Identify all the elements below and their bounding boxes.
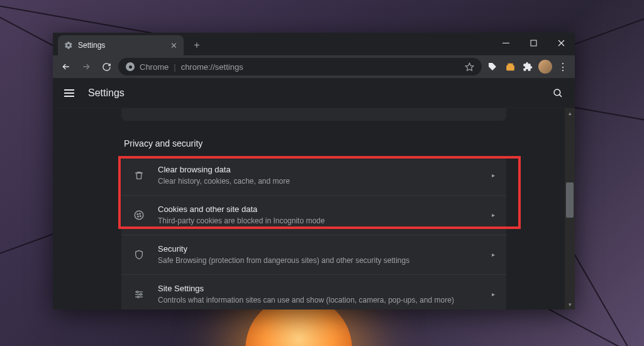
settings-title: Settings bbox=[88, 87, 125, 99]
row-site-settings[interactable]: Site Settings Controls what information … bbox=[121, 275, 506, 310]
svg-line-6 bbox=[559, 94, 562, 97]
row-title: Security bbox=[158, 243, 487, 255]
svg-point-16 bbox=[140, 294, 142, 296]
scrollbar-thumb[interactable] bbox=[566, 182, 574, 218]
cookie-icon bbox=[133, 209, 145, 221]
chevron-right-icon: ▸ bbox=[492, 211, 495, 218]
svg-marker-2 bbox=[465, 63, 474, 70]
chevron-right-icon: ▸ bbox=[492, 251, 495, 258]
trash-icon bbox=[133, 169, 145, 182]
tab-strip: Settings ✕ + bbox=[53, 33, 575, 55]
new-tab-button[interactable]: + bbox=[189, 37, 205, 53]
row-subtitle: Third-party cookies are blocked in Incog… bbox=[158, 216, 487, 226]
svg-point-8 bbox=[137, 214, 138, 215]
svg-point-15 bbox=[136, 291, 138, 293]
settings-pane: Privacy and security Clear browsing data… bbox=[121, 108, 506, 310]
extension-tag-icon[interactable] bbox=[486, 60, 499, 74]
svg-rect-0 bbox=[502, 43, 509, 43]
close-tab-icon[interactable]: ✕ bbox=[170, 41, 177, 50]
row-title: Clear browsing data bbox=[158, 164, 487, 176]
settings-content: Privacy and security Clear browsing data… bbox=[53, 108, 575, 310]
svg-point-10 bbox=[138, 216, 139, 217]
row-title: Site Settings bbox=[158, 283, 487, 294]
row-clear-browsing-data[interactable]: Clear browsing data Clear history, cooki… bbox=[121, 156, 506, 196]
row-subtitle: Controls what information sites can use … bbox=[158, 295, 487, 306]
tab-title: Settings bbox=[78, 41, 105, 50]
minimize-button[interactable] bbox=[492, 33, 519, 53]
back-button[interactable] bbox=[58, 59, 74, 75]
maximize-button[interactable] bbox=[519, 33, 547, 53]
browser-tab-settings[interactable]: Settings ✕ bbox=[58, 35, 184, 55]
chevron-right-icon: ▸ bbox=[492, 291, 495, 298]
chrome-icon bbox=[126, 62, 135, 71]
svg-point-7 bbox=[135, 211, 143, 220]
chrome-window: Settings ✕ + Chrome | chrome://settings … bbox=[53, 33, 575, 310]
row-subtitle: Safe Browsing (protection from dangerous… bbox=[158, 255, 487, 266]
svg-rect-4 bbox=[508, 63, 513, 65]
chevron-right-icon: ▸ bbox=[492, 172, 495, 179]
address-bar[interactable]: Chrome | chrome://settings bbox=[118, 58, 482, 75]
row-cookies[interactable]: Cookies and other site data Third-party … bbox=[121, 196, 506, 235]
settings-header: Settings bbox=[53, 78, 575, 108]
bookmark-star-icon[interactable] bbox=[465, 62, 474, 72]
chrome-menu-button[interactable]: ⋮ bbox=[556, 61, 570, 73]
partial-card-above bbox=[121, 108, 506, 121]
address-url: chrome://settings bbox=[181, 62, 243, 72]
row-title: Cookies and other site data bbox=[158, 204, 487, 215]
browser-toolbar: Chrome | chrome://settings ⋮ bbox=[53, 55, 575, 78]
extension-box-icon[interactable] bbox=[503, 60, 517, 74]
forward-button[interactable] bbox=[78, 59, 94, 75]
svg-point-11 bbox=[140, 216, 142, 217]
gear-icon bbox=[64, 41, 73, 50]
close-window-button[interactable] bbox=[547, 33, 575, 53]
section-title: Privacy and security bbox=[124, 138, 506, 148]
svg-point-9 bbox=[140, 213, 141, 215]
svg-point-5 bbox=[554, 89, 560, 96]
row-security[interactable]: Security Safe Browsing (protection from … bbox=[121, 235, 506, 275]
svg-rect-1 bbox=[531, 40, 536, 46]
search-icon[interactable] bbox=[552, 87, 564, 99]
shield-icon bbox=[133, 248, 145, 261]
window-controls bbox=[492, 33, 575, 53]
scroll-down-arrow[interactable]: ▾ bbox=[565, 299, 575, 310]
svg-rect-3 bbox=[506, 65, 514, 70]
privacy-security-card: Clear browsing data Clear history, cooki… bbox=[121, 156, 506, 310]
extensions-puzzle-icon[interactable] bbox=[521, 60, 535, 74]
reload-button[interactable] bbox=[98, 59, 114, 75]
scrollbar[interactable]: ▴ ▾ bbox=[565, 108, 575, 310]
profile-avatar[interactable] bbox=[538, 60, 552, 74]
hamburger-menu-icon[interactable] bbox=[64, 89, 74, 97]
svg-point-17 bbox=[137, 296, 139, 298]
bg-wire bbox=[565, 240, 644, 347]
address-prefix: Chrome bbox=[140, 62, 169, 72]
row-subtitle: Clear history, cookies, cache, and more bbox=[158, 176, 487, 187]
sliders-icon bbox=[133, 288, 145, 301]
scroll-up-arrow[interactable]: ▴ bbox=[565, 108, 575, 118]
